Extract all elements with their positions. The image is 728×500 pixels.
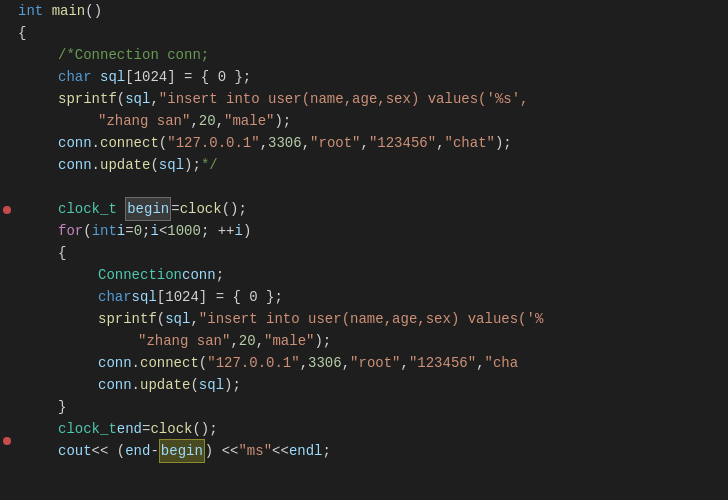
code-line-12: { — [18, 242, 728, 264]
code-line-8: conn.update(sql);*/ — [18, 154, 728, 176]
code-line-2: { — [18, 22, 728, 44]
breakpoint-2[interactable] — [3, 437, 11, 445]
code-line-9 — [18, 176, 728, 198]
code-line-15: sprintf(sql, "insert into user(name,age,… — [18, 308, 728, 330]
code-line-7: conn.connect("127.0.0.1", 3306, "root", … — [18, 132, 728, 154]
code-line-4: char sql[1024] = { 0 }; — [18, 66, 728, 88]
code-line-1: int main() — [18, 0, 728, 22]
code-line-10: ▶ clock_t begin = clock(); — [18, 198, 728, 220]
code-line-18: conn.update(sql); — [18, 374, 728, 396]
keyword-int: int — [18, 0, 43, 22]
code-line-21: cout << (end - begin) << "ms" << endl; — [18, 440, 728, 462]
code-line-11: for (int i = 0; i < 1000; ++i) — [18, 220, 728, 242]
gutter — [0, 0, 14, 500]
code-line-5: sprintf(sql, "insert into user(name,age,… — [18, 88, 728, 110]
breakpoint-1[interactable] — [3, 206, 11, 214]
code-line-19: } — [18, 396, 728, 418]
code-line-13: Connection conn; — [18, 264, 728, 286]
code-line-16: "zhang san", 20, "male"); — [18, 330, 728, 352]
code-line-17: conn.connect("127.0.0.1", 3306, "root", … — [18, 352, 728, 374]
code-line-3: /*Connection conn; — [18, 44, 728, 66]
code-editor: int main() { /*Connection conn; char sql… — [0, 0, 728, 500]
code-line-14: char sql[1024] = { 0 }; — [18, 286, 728, 308]
code-line-20: ▶ clock_t end = clock(); — [18, 418, 728, 440]
code-content: int main() { /*Connection conn; char sql… — [14, 0, 728, 500]
fn-main: main — [52, 0, 86, 22]
code-line-6: "zhang san", 20, "male"); — [18, 110, 728, 132]
comment-start: /*Connection conn; — [58, 44, 209, 66]
